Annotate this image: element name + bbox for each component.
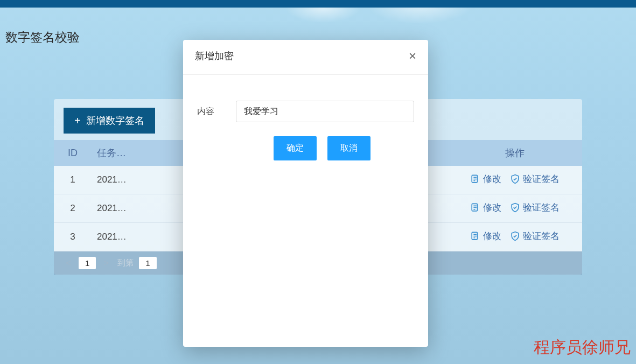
prev-page-icon[interactable]: < (64, 258, 73, 269)
cell-task: 2021… (92, 194, 167, 223)
confirm-button[interactable]: 确定 (274, 136, 317, 160)
verify-link[interactable]: 验证签名 (510, 230, 560, 242)
page-title: 数字签名校验 (5, 29, 80, 46)
verify-link[interactable]: 验证签名 (510, 173, 560, 185)
cell-id: 3 (54, 223, 92, 251)
content-field-row: 内容 (197, 101, 414, 122)
document-icon (470, 231, 480, 241)
verify-link[interactable]: 验证签名 (510, 201, 560, 214)
add-encryption-modal: 新增加密 × 内容 确定 取消 (183, 40, 428, 347)
cancel-button[interactable]: 取消 (327, 136, 371, 160)
add-button-label: 新增数字签名 (86, 114, 144, 127)
shield-check-icon (510, 202, 520, 213)
edit-link[interactable]: 修改 (470, 201, 501, 214)
plus-icon: + (74, 115, 81, 126)
edit-link[interactable]: 修改 (470, 230, 501, 242)
cell-actions: 修改 验证签名 (448, 223, 582, 251)
content-input[interactable] (236, 101, 414, 122)
cell-actions: 修改 验证签名 (448, 194, 582, 223)
cell-task: 2021… (92, 223, 167, 251)
cell-id: 2 (54, 194, 92, 223)
cell-task: 2021… (92, 166, 167, 194)
modal-title: 新增加密 (195, 50, 234, 62)
modal-header: 新增加密 × (183, 40, 428, 75)
decorative-clouds (215, 0, 512, 34)
add-signature-button[interactable]: + 新增数字签名 (64, 108, 155, 134)
next-page-icon[interactable]: > (101, 258, 111, 269)
edit-link[interactable]: 修改 (470, 173, 501, 185)
content-label: 内容 (197, 106, 223, 117)
column-header-action: 操作 (448, 140, 582, 166)
column-header-id: ID (54, 140, 92, 166)
close-icon[interactable]: × (409, 50, 416, 62)
goto-page-input[interactable]: 1 (139, 257, 156, 269)
page-current[interactable]: 1 (79, 257, 96, 269)
document-icon (470, 202, 480, 213)
document-icon (470, 174, 480, 184)
shield-check-icon (510, 231, 520, 241)
modal-actions: 确定 取消 (197, 136, 414, 160)
cell-id: 1 (54, 166, 92, 194)
cell-actions: 修改 验证签名 (448, 166, 582, 194)
goto-label: 到第 (117, 258, 134, 268)
modal-body: 内容 确定 取消 (183, 75, 428, 171)
watermark: 程序员徐师兄 (534, 337, 631, 359)
shield-check-icon (510, 174, 520, 184)
column-header-task: 任务… (92, 140, 167, 166)
